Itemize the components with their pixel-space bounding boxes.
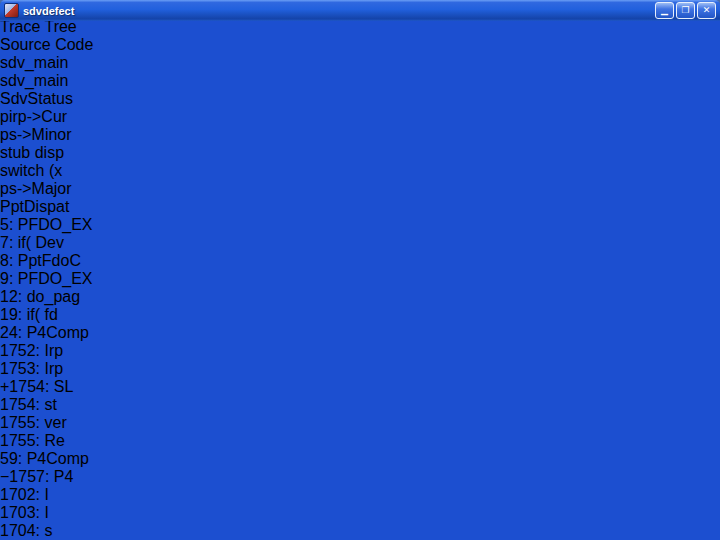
tree-item[interactable]: ps->Minor bbox=[0, 126, 720, 144]
tree-item-label: pirp->Cur bbox=[0, 108, 67, 125]
tree-item-label: 1754: SL bbox=[9, 378, 73, 395]
close-button[interactable]: ✕ bbox=[697, 2, 716, 19]
tree-item-label: 1754: st bbox=[0, 396, 57, 413]
tree-item-label: 59: P4Comp bbox=[0, 450, 89, 467]
maximize-button[interactable]: ❐ bbox=[676, 2, 695, 19]
tree-item-label: ps->Major bbox=[0, 180, 72, 197]
tree-item[interactable]: 19: if( fd bbox=[0, 306, 720, 324]
tree-item[interactable]: SdvStatus bbox=[0, 90, 720, 108]
tree-item-label: switch (x bbox=[0, 162, 62, 179]
tree-item-label: 1703: I bbox=[0, 504, 49, 521]
titlebar[interactable]: sdvdefect ▁ ❐ ✕ bbox=[0, 0, 720, 21]
tree-item-label: 24: P4Comp bbox=[0, 324, 89, 341]
tree-item-label: ps->Minor bbox=[0, 126, 72, 143]
tree-item[interactable]: 1703: I bbox=[0, 504, 720, 522]
window-frame: sdvdefect ▁ ❐ ✕ FileFontTrace TreeSource… bbox=[0, 0, 720, 540]
tree-item[interactable]: 9: PFDO_EX bbox=[0, 270, 720, 288]
trace-tree-list: sdv_mainsdv_mainSdvStatuspirp->Curps->Mi… bbox=[0, 54, 720, 540]
tree-item[interactable]: sdv_main bbox=[0, 72, 720, 90]
tree-item-label: 1755: ver bbox=[0, 414, 67, 431]
tree-expand-plus-icon[interactable]: + bbox=[0, 378, 9, 395]
tree-item-label: 9: PFDO_EX bbox=[0, 270, 92, 287]
tree-item[interactable]: 8: PptFdoC bbox=[0, 252, 720, 270]
minimize-button[interactable]: ▁ bbox=[655, 2, 674, 19]
tree-item-label: 1702: I bbox=[0, 486, 49, 503]
tree-item[interactable]: 1702: I bbox=[0, 486, 720, 504]
tree-item[interactable]: 1755: ver bbox=[0, 414, 720, 432]
tree-item-label: 1753: Irp bbox=[0, 360, 63, 377]
tree-item[interactable]: ps->Major bbox=[0, 180, 720, 198]
tree-item-label: sdv_main bbox=[0, 72, 68, 89]
tree-item[interactable]: 1754: st bbox=[0, 396, 720, 414]
tree-item[interactable]: 7: if( Dev bbox=[0, 234, 720, 252]
tree-item-label: PptDispat bbox=[0, 198, 69, 215]
tree-item-label: 1757: P4 bbox=[9, 468, 73, 485]
tree-item[interactable]: 24: P4Comp bbox=[0, 324, 720, 342]
app-icon bbox=[4, 3, 19, 18]
tree-item-label: SdvStatus bbox=[0, 90, 73, 107]
tree-item[interactable]: 1752: Irp bbox=[0, 342, 720, 360]
source-code-label: Source Code bbox=[0, 36, 720, 54]
tree-item-label: 8: PptFdoC bbox=[0, 252, 81, 269]
tree-item[interactable]: PptDispat bbox=[0, 198, 720, 216]
trace-tree-panel: sdv_mainsdv_mainSdvStatuspirp->Curps->Mi… bbox=[0, 54, 720, 540]
sdvdefect-window: sdvdefect ▁ ❐ ✕ FileFontTrace TreeSource… bbox=[0, 0, 720, 540]
tree-item-label: 12: do_pag bbox=[0, 288, 80, 305]
tree-item-label: 1752: Irp bbox=[0, 342, 63, 359]
window-title: sdvdefect bbox=[23, 5, 653, 17]
tree-item-label: 1704: s bbox=[0, 522, 52, 539]
tree-item[interactable]: 1704: s bbox=[0, 522, 720, 540]
tree-item[interactable]: 5: PFDO_EX bbox=[0, 216, 720, 234]
tree-item-label: sdv_main bbox=[0, 54, 68, 71]
tree-item-label: stub disp bbox=[0, 144, 64, 161]
client-area: FileFontTrace TreeSource CodeHelp Trace … bbox=[0, 0, 720, 540]
tree-item[interactable]: switch (x bbox=[0, 162, 720, 180]
tree-item-label: 1755: Re bbox=[0, 432, 65, 449]
tree-item[interactable]: 1753: Irp bbox=[0, 360, 720, 378]
tree-expand-minus-icon[interactable]: − bbox=[0, 468, 9, 485]
tree-item-label: 19: if( fd bbox=[0, 306, 58, 323]
tree-item[interactable]: pirp->Cur bbox=[0, 108, 720, 126]
tree-item[interactable]: −1757: P4 bbox=[0, 468, 720, 486]
tree-item[interactable]: +1754: SL bbox=[0, 378, 720, 396]
tree-item[interactable]: 1755: Re bbox=[0, 432, 720, 450]
tree-item[interactable]: sdv_main bbox=[0, 54, 720, 72]
tree-item[interactable]: stub disp bbox=[0, 144, 720, 162]
tree-item-label: 7: if( Dev bbox=[0, 234, 64, 251]
tree-item[interactable]: 59: P4Comp bbox=[0, 450, 720, 468]
tree-item[interactable]: 12: do_pag bbox=[0, 288, 720, 306]
tree-item-label: 5: PFDO_EX bbox=[0, 216, 92, 233]
